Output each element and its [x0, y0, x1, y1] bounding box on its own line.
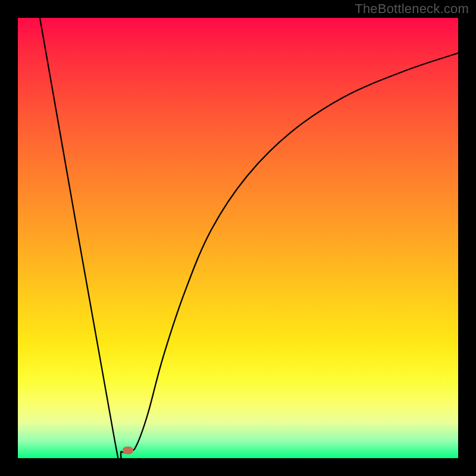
bottleneck-curve: [18, 18, 458, 458]
chart-frame: TheBottleneck.com: [0, 0, 476, 476]
watermark-text: TheBottleneck.com: [355, 1, 469, 17]
curve-path: [40, 18, 458, 458]
plot-area: [18, 18, 458, 458]
optimal-point-marker: [123, 446, 133, 454]
